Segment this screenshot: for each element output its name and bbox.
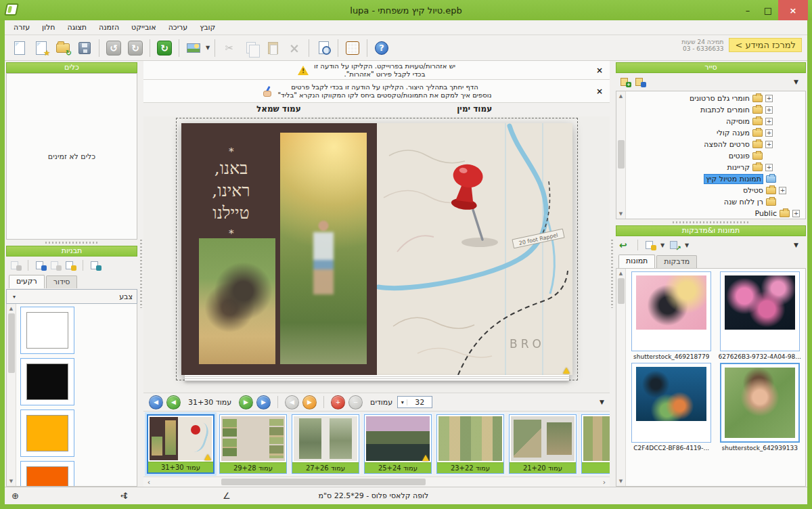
insert-image-caret[interactable]: ▼ — [204, 45, 211, 51]
spread-thumbnail[interactable]: עמוד 27+26 — [292, 414, 359, 474]
export-image-button[interactable]: ↗ — [669, 240, 681, 250]
delete-template-button[interactable] — [49, 260, 62, 271]
print-preview-button[interactable] — [313, 38, 334, 58]
move-page-left-button[interactable]: ◀ — [285, 395, 299, 410]
expand-icon[interactable]: + — [765, 95, 773, 102]
expand-icon[interactable]: + — [765, 129, 773, 137]
menu-order[interactable]: הזמנה — [93, 20, 125, 35]
info-center-button[interactable]: למרכז המידע > — [729, 38, 802, 52]
scroll-up-icon[interactable]: ▲ — [619, 91, 623, 101]
media-scrollbar[interactable]: ▲ ▼ — [616, 269, 626, 486]
media-menu-caret[interactable]: ▼ — [790, 240, 803, 250]
preview-image-button[interactable] — [644, 240, 656, 250]
vertical-splitter[interactable] — [139, 61, 143, 487]
tree-scrollbar[interactable]: ▲ ▼ — [616, 91, 626, 219]
color-swatch[interactable] — [20, 307, 74, 354]
spread-thumbnail[interactable]: עמוד 23+22 — [436, 414, 504, 474]
redo-button[interactable]: ↻ — [125, 38, 145, 58]
add-pages-button[interactable]: + — [331, 395, 345, 410]
library-image[interactable]: C2F4DCC2-BF86-4119-... — [627, 363, 716, 451]
undo-button[interactable]: ↺ — [104, 38, 124, 58]
spread-warning-icon[interactable] — [563, 368, 570, 374]
thumbnail-scrollbar[interactable]: ‹ › — [143, 477, 610, 487]
add-template-button[interactable] — [35, 260, 47, 271]
spread-thumbnail[interactable]: עמוד 21+20 — [509, 414, 577, 474]
spread-thumbnail[interactable]: עמוד 29+28 — [219, 414, 287, 474]
menu-file[interactable]: קובץ — [194, 20, 221, 35]
expand-icon[interactable]: + — [765, 164, 773, 171]
scrollbar-thumb[interactable] — [221, 479, 426, 485]
tab-images[interactable]: תמונות — [618, 255, 655, 268]
tree-item[interactable]: רן ללוח שנה — [629, 196, 803, 208]
spread-title-text[interactable]: ∗ באנו, ראינו, טיילנו ∗ — [194, 142, 269, 239]
expand-icon[interactable]: + — [765, 106, 773, 114]
move-page-right-button[interactable]: ▶ — [302, 395, 317, 410]
scrollbar-thumb[interactable] — [618, 278, 625, 304]
spread-thumbnail[interactable]: עמוד 25+24 — [364, 414, 432, 474]
expand-icon[interactable]: + — [765, 141, 773, 148]
hiker-photo[interactable] — [280, 133, 367, 364]
menu-help[interactable]: עזרה — [7, 20, 36, 35]
help-button[interactable]: ? — [371, 38, 392, 58]
color-swatch[interactable] — [20, 410, 74, 457]
copy-button[interactable] — [241, 38, 261, 58]
save-button[interactable] — [74, 38, 95, 58]
maximize-button[interactable]: □ — [758, 0, 778, 20]
open-project-button[interactable]: ↻ — [53, 38, 73, 58]
library-image[interactable]: shutterstock_469218779 — [627, 271, 716, 360]
scroll-down-icon[interactable]: ▼ — [9, 477, 13, 486]
tree-item[interactable]: +סטילס — [629, 185, 803, 196]
right-page[interactable]: 20 foot Rappel BRO — [377, 123, 572, 375]
order-cart-button[interactable] — [342, 38, 363, 58]
scroll-up-icon[interactable]: ▲ — [9, 304, 13, 313]
panel-splitter[interactable] — [616, 219, 806, 225]
scroll-up-icon[interactable]: ▲ — [619, 269, 623, 278]
tree-item-selected[interactable]: תמונות מטיול קיץ — [629, 173, 803, 185]
color-swatch[interactable] — [20, 358, 74, 405]
new-from-template-button[interactable]: ★ — [31, 38, 51, 58]
tab-stickers[interactable]: מדבקות — [656, 255, 697, 268]
background-type-dropdown[interactable]: ▾ צבע — [6, 289, 137, 304]
expand-icon[interactable]: + — [765, 118, 773, 125]
expand-icon[interactable]: + — [792, 210, 800, 217]
first-spread-button[interactable]: ▶ — [256, 395, 271, 410]
export-caret[interactable]: ▼ — [683, 242, 690, 248]
scroll-down-icon[interactable]: ▼ — [619, 209, 623, 219]
spread-thumbnail-partial[interactable] — [581, 414, 610, 474]
swatch-scrollbar[interactable]: ▲ ▼ — [7, 304, 16, 486]
tree-item[interactable]: +קריינות — [629, 162, 803, 173]
warnings-notice[interactable]: ! יש אזהרות/טעויות בפרוייקט. הקליקו על ה… — [143, 61, 610, 80]
add-folder-button[interactable]: + — [619, 76, 631, 87]
editor-canvas[interactable]: ∗ באנו, ראינו, טיילנו ∗ — [143, 116, 610, 393]
tree-item[interactable]: פונטים — [629, 150, 803, 162]
tab-backgrounds[interactable]: רקעים — [9, 275, 45, 288]
spread-thumbnail[interactable]: עמוד 31+30 — [147, 414, 215, 474]
sync-button[interactable]: ↻ — [154, 38, 175, 58]
close-button[interactable]: × — [778, 0, 808, 20]
scroll-down-icon[interactable]: ▼ — [619, 477, 623, 486]
explorer-menu-caret[interactable]: ▼ — [790, 77, 803, 87]
apply-template-button[interactable] — [9, 260, 22, 271]
left-page[interactable]: ∗ באנו, ראינו, טיילנו ∗ — [181, 123, 377, 375]
new-project-button[interactable] — [9, 38, 30, 58]
remove-pages-button[interactable]: − — [348, 395, 363, 410]
library-image-selected[interactable]: shutterstock_642939133 — [716, 363, 805, 451]
browse-folder-button[interactable] — [634, 76, 646, 87]
menu-edit[interactable]: עריכה — [162, 20, 194, 35]
color-swatch[interactable] — [20, 461, 74, 487]
next-spread-button[interactable]: ◀ — [166, 395, 181, 410]
tree-item[interactable]: +חומרי גלם סרטונים — [629, 93, 803, 104]
family-photo[interactable] — [199, 238, 275, 364]
scrollbar-thumb[interactable] — [8, 313, 15, 373]
thumbnail-bar-caret[interactable]: ▼ — [600, 399, 604, 405]
save-template-button[interactable] — [64, 260, 76, 271]
panel-splitter[interactable] — [6, 240, 137, 246]
menu-object[interactable]: אובייקט — [125, 20, 162, 35]
notice-close-icon[interactable]: × — [596, 87, 603, 96]
insert-image-button[interactable] — [183, 38, 204, 58]
last-spread-button[interactable]: ◀ — [149, 395, 163, 410]
tree-item[interactable]: +סרטים להפצה — [629, 139, 803, 150]
notice-close-icon[interactable]: × — [596, 66, 603, 75]
scroll-right-icon[interactable]: › — [599, 478, 610, 487]
cut-button[interactable]: ✂ — [219, 38, 240, 58]
